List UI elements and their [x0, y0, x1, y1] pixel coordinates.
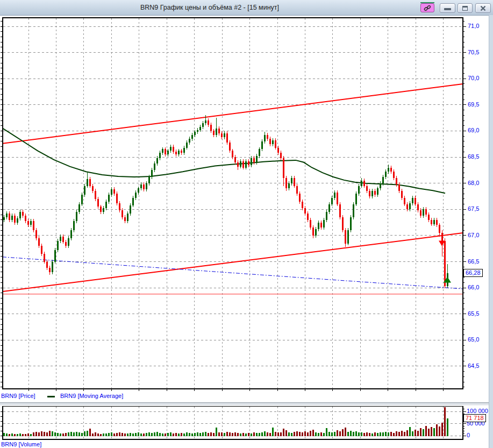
volume-axis-tick-label: 0	[467, 432, 470, 439]
price-axis-tick-label: 70,0	[468, 75, 479, 82]
price-axis-tick-label: 69,5	[468, 101, 479, 108]
legend-moving-average-label: BRN9 [Moving Average]	[60, 392, 123, 400]
current-volume-box: 71 718	[463, 414, 486, 422]
price-panel-border	[3, 18, 463, 389]
price-axis-tick-label: 68,0	[468, 180, 479, 187]
price-axis-tick-label: 67,5	[468, 205, 479, 212]
price-axis-tick-label: 68,5	[468, 153, 479, 160]
chart-canvas[interactable]	[0, 0, 493, 448]
window-right-edge	[489, 15, 493, 448]
price-axis-tick-label: 64,5	[468, 362, 479, 369]
price-axis-tick-label: 66,0	[468, 284, 479, 291]
legend-volume-label: BRN9 [Volume]	[1, 440, 41, 448]
panel-splitter[interactable]	[0, 402, 493, 406]
price-axis-tick-label: 66,5	[468, 258, 479, 265]
price-axis-tick-label: 65,5	[468, 310, 479, 317]
axis-ticks	[1, 21, 466, 436]
moving-average-legend-swatch	[47, 396, 55, 397]
upper-channel-trendline[interactable]	[3, 84, 463, 144]
price-axis-tick-label: 65,0	[468, 336, 479, 343]
legend-price-label: BRN9 [Price]	[1, 392, 35, 400]
price-axis-tick-label: 70,5	[468, 49, 479, 56]
current-price-box: 66,28	[463, 269, 483, 277]
grid-lines	[3, 18, 462, 439]
price-axis-tick-label: 69,0	[468, 127, 479, 134]
lower-channel-trendline[interactable]	[3, 233, 463, 291]
price-axis-tick-label: 67,0	[468, 232, 479, 239]
candles	[3, 115, 448, 288]
price-axis-tick-label: 71,0	[468, 23, 479, 30]
